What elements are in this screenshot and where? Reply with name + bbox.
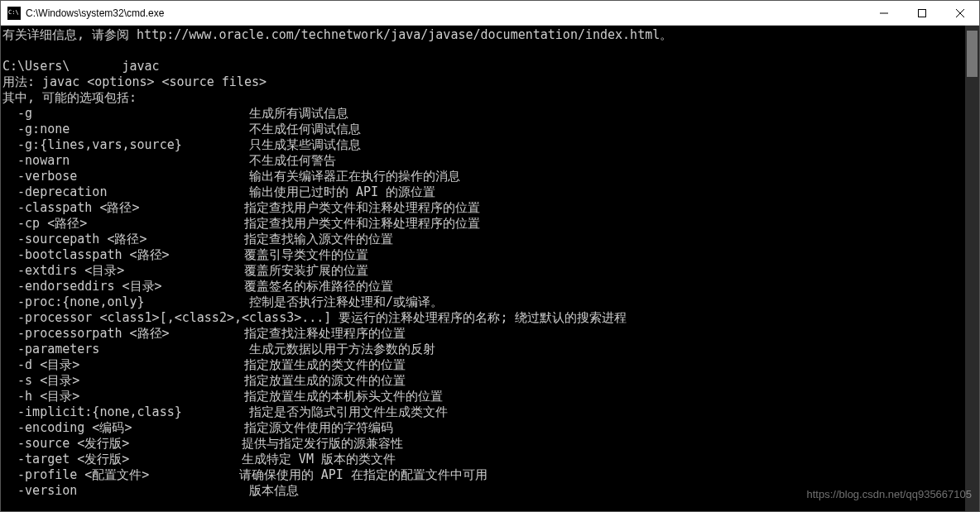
minimize-button[interactable] — [865, 1, 903, 25]
scroll-thumb[interactable] — [967, 31, 978, 77]
terminal-output[interactable]: 有关详细信息, 请参阅 http://www.oracle.com/techne… — [1, 26, 965, 511]
close-button[interactable] — [941, 1, 979, 25]
maximize-button[interactable] — [903, 1, 941, 25]
cmd-icon — [7, 7, 21, 20]
svg-rect-1 — [919, 9, 926, 17]
cmd-window: C:\Windows\system32\cmd.exe 有关详细信息, 请参阅 … — [0, 0, 980, 512]
scrollbar[interactable] — [965, 26, 979, 511]
window-buttons — [865, 1, 979, 25]
titlebar[interactable]: C:\Windows\system32\cmd.exe — [1, 1, 979, 26]
window-title: C:\Windows\system32\cmd.exe — [26, 7, 865, 19]
terminal-area: 有关详细信息, 请参阅 http://www.oracle.com/techne… — [1, 26, 979, 511]
